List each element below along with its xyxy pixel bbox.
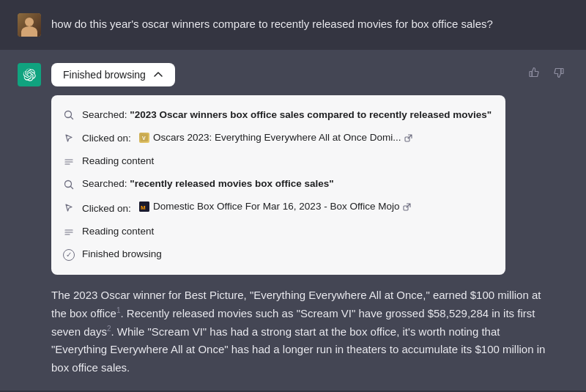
browsing-search-2-text: Searched: "recently released movies box …: [82, 177, 494, 191]
browsing-item-click-2: Clicked on: M Domestic Box Office For Ma…: [63, 196, 494, 221]
user-avatar: [18, 13, 41, 37]
finished-check-icon: ✓: [63, 249, 75, 261]
browsing-panel: Searched: "2023 Oscar winners box office…: [51, 95, 505, 275]
reading-icon-1: [63, 156, 75, 168]
browsing-item-click-1: Clicked on: V Oscars 2023: Everything Ev…: [63, 127, 494, 150]
browsing-link-2[interactable]: M Domestic Box Office For Mar 16, 2023 -…: [139, 200, 411, 214]
thumbs-down-icon: [552, 66, 565, 79]
external-link-icon-2: [403, 203, 411, 211]
browsing-reading-1-text: Reading content: [82, 155, 494, 169]
user-message-text: how do this year's oscar winners compare…: [51, 13, 493, 33]
openai-logo-icon: [23, 68, 36, 81]
svg-text:V: V: [142, 136, 146, 141]
response-text: The 2023 Oscar winner for Best Picture, …: [51, 286, 549, 377]
browsing-click-1-text: Clicked on: V Oscars 2023: Everything Ev…: [82, 131, 494, 146]
browsing-item-search-1: Searched: "2023 Oscar winners box office…: [63, 104, 494, 127]
thumbs-up-icon: [527, 66, 541, 79]
click-icon-2: [63, 202, 75, 214]
browsing-item-search-2: Searched: "recently released movies box …: [63, 173, 494, 196]
click-icon-1: [63, 133, 75, 144]
browsing-reading-2-text: Reading content: [82, 225, 494, 239]
browsing-search-1-text: Searched: "2023 Oscar winners box office…: [82, 108, 494, 122]
assistant-avatar: [18, 63, 41, 86]
external-link-icon-1: [404, 134, 412, 142]
thumbs-up-button[interactable]: [524, 63, 544, 82]
svg-rect-14: [530, 72, 532, 77]
browsing-dropdown-button[interactable]: Finished browsing: [51, 63, 175, 86]
search-icon: [63, 109, 75, 121]
chat-container: how do this year's oscar winners compare…: [0, 0, 586, 391]
browsing-click-2-text: Clicked on: M Domestic Box Office For Ma…: [82, 200, 494, 216]
favicon-oscars-icon: V: [139, 133, 149, 143]
reading-icon-2: [63, 226, 75, 238]
assistant-content: Finished browsing: [51, 63, 568, 377]
user-message-row: how do this year's oscar winners compare…: [0, 0, 586, 50]
browsing-item-reading-2: Reading content: [63, 221, 494, 243]
browsing-link-1-title: Oscars 2023: Everything Everywhere All a…: [153, 131, 401, 145]
browsing-dropdown-label: Finished browsing: [63, 69, 146, 81]
favicon-mojo-icon: M: [139, 201, 149, 212]
browsing-link-1[interactable]: V Oscars 2023: Everything Everywhere All…: [139, 131, 412, 145]
svg-rect-15: [561, 69, 563, 74]
chevron-up-icon: [153, 70, 163, 80]
browsing-item-finished: ✓ Finished browsing: [63, 243, 494, 266]
browsing-finished-text: Finished browsing: [82, 248, 494, 262]
action-buttons: [524, 63, 568, 82]
response-part-3: . While "Scream VI" has had a strong sta…: [51, 325, 545, 374]
thumbs-down-button[interactable]: [549, 63, 568, 82]
assistant-message-row: Finished browsing: [0, 50, 586, 391]
browsing-link-2-title: Domestic Box Office For Mar 16, 2023 - B…: [153, 200, 399, 214]
svg-text:M: M: [141, 204, 146, 211]
user-avatar-image: [18, 13, 41, 37]
browsing-item-reading-1: Reading content: [63, 150, 494, 173]
search-icon-2: [63, 179, 75, 191]
